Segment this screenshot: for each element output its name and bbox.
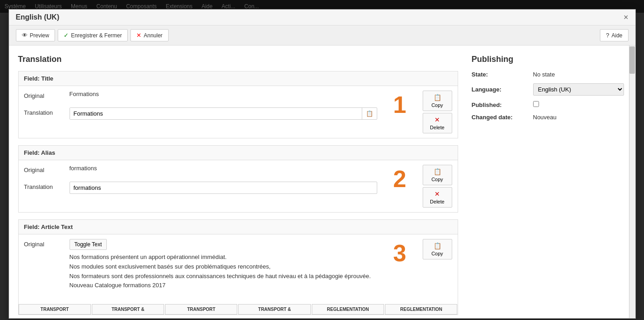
modal-dialog: English (UK) × 👁 Preview ✓ Enregistrer &… xyxy=(9,9,636,13)
modal-header: English (UK) × xyxy=(9,10,635,13)
modal-overlay: English (UK) × 👁 Preview ✓ Enregistrer &… xyxy=(0,0,644,13)
